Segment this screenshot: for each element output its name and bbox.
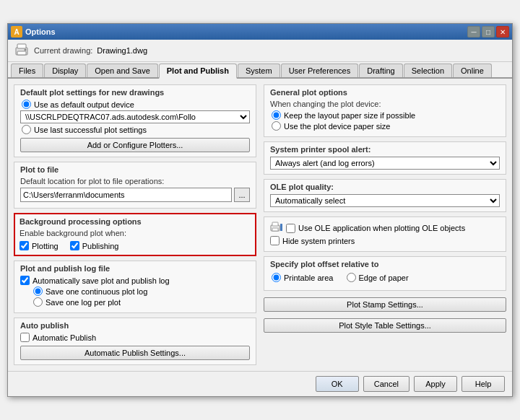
path-row: ... (20, 188, 250, 202)
log-file-title: Plot and publish log file (20, 264, 250, 273)
device-dropdown[interactable]: \\USCRLPDEQTRAC07.ads.autodesk.com\Follo (20, 110, 250, 123)
tab-open-save[interactable]: Open and Save (87, 64, 157, 77)
radio-printable-area-label: Printable area (284, 274, 334, 282)
publishing-checkbox-row: Publishing (70, 241, 119, 250)
browse-button[interactable]: ... (234, 188, 250, 202)
title-bar: A Options ─ □ ✕ (8, 24, 512, 40)
radio-one-log-per-plot-label: Save one log per plot (46, 298, 121, 307)
plotting-label: Plotting (32, 242, 58, 250)
hide-printers-checkbox-row: Hide system printers (270, 236, 500, 245)
general-plot-subtitle: When changing the plot device: (270, 100, 500, 108)
radio-edge-of-paper-input[interactable] (347, 273, 356, 282)
radio-one-log-per-plot-input[interactable] (33, 297, 43, 307)
radio-last-successful-label: Use last successful plot settings (34, 126, 147, 134)
tab-online[interactable]: Online (453, 64, 492, 77)
radio-plot-device-size-input[interactable] (272, 121, 281, 131)
background-processing-section: Background processing options Enable bac… (14, 213, 256, 256)
ole-application-checkbox[interactable] (286, 224, 295, 233)
maximize-button[interactable]: □ (482, 26, 495, 38)
close-button[interactable]: ✕ (496, 26, 509, 38)
radio-default-output-input[interactable] (22, 100, 31, 109)
tab-files[interactable]: Files (11, 64, 43, 77)
ole-quality-title: OLE plot quality: (270, 183, 500, 191)
ok-button[interactable]: OK (316, 376, 359, 392)
spool-alert-title: System printer spool alert: (270, 145, 500, 154)
plotting-checkbox-row: Plotting (20, 241, 58, 250)
radio-last-successful-input[interactable] (22, 125, 31, 134)
minimize-button[interactable]: ─ (467, 26, 480, 38)
radio-one-log-per-plot: Save one log per plot (20, 297, 250, 307)
ole-application-checkbox-row: Use OLE application when plotting OLE ob… (270, 222, 500, 235)
right-panel: General plot options When changing the p… (264, 84, 506, 365)
default-plot-title: Default plot settings for new drawings (20, 88, 250, 97)
ole-icon (270, 222, 283, 235)
plot-offset-row: Printable area Edge of paper (270, 271, 500, 284)
current-drawing-bar: Current drawing: Drawing1.dwg (8, 40, 512, 62)
tab-drafting[interactable]: Drafting (359, 64, 403, 77)
radio-continuous-log: Save one continuous plot log (20, 286, 250, 296)
radio-continuous-log-input[interactable] (33, 286, 43, 296)
current-drawing-value: Drawing1.dwg (97, 46, 147, 55)
help-button[interactable]: Help (462, 376, 505, 392)
auto-publish-checkbox-row: Automatic Publish (20, 333, 250, 342)
auto-save-checkbox-row: Automatically save plot and publish log (20, 276, 250, 285)
auto-publish-settings-button[interactable]: Automatic Publish Settings... (20, 346, 250, 360)
plot-style-table-settings-button[interactable]: Plot Style Table Settings... (264, 318, 506, 333)
spool-alert-section: System printer spool alert: Always alert… (264, 141, 506, 175)
publishing-checkbox[interactable] (70, 241, 79, 250)
tab-plot-publish[interactable]: Plot and Publish (159, 64, 237, 79)
default-plot-settings-section: Default plot settings for new drawings U… (14, 84, 256, 157)
spool-alert-dropdown[interactable]: Always alert (and log errors) (270, 157, 500, 170)
plot-stamp-settings-button[interactable]: Plot Stamp Settings... (264, 297, 506, 312)
options-dialog: A Options ─ □ ✕ Current drawing: Drawing… (7, 23, 513, 397)
tab-bar: Files Display Open and Save Plot and Pub… (8, 62, 512, 79)
radio-edge-of-paper-label: Edge of paper (359, 274, 409, 282)
hide-printers-label: Hide system printers (282, 237, 355, 245)
svg-rect-2 (17, 51, 26, 55)
svg-rect-7 (280, 224, 282, 231)
device-dropdown-row: \\USCRLPDEQTRAC07.ads.autodesk.com\Follo (20, 110, 250, 123)
plotting-checkbox[interactable] (20, 241, 29, 250)
radio-printable-area-input[interactable] (272, 273, 281, 282)
radio-last-successful: Use last successful plot settings (20, 125, 250, 134)
add-configure-plotters-button[interactable]: Add or Configure Plotters... (20, 138, 250, 152)
title-controls: ─ □ ✕ (467, 26, 509, 38)
path-input[interactable] (20, 188, 232, 202)
drawing-icon (14, 43, 30, 58)
cancel-button[interactable]: Cancel (363, 376, 410, 392)
auto-publish-label: Automatic Publish (32, 333, 96, 342)
svg-rect-1 (17, 44, 26, 48)
svg-rect-6 (272, 228, 278, 231)
background-title: Background processing options (20, 217, 251, 226)
ole-application-label: Use OLE application when plotting OLE ob… (298, 224, 465, 232)
tab-display[interactable]: Display (44, 64, 86, 77)
window-title: Options (25, 27, 56, 36)
tab-selection[interactable]: Selection (404, 64, 452, 77)
plot-offset-section: Specify plot offset relative to Printabl… (264, 256, 506, 291)
hide-printers-checkbox[interactable] (270, 236, 280, 245)
radio-keep-layout: Keep the layout paper size if possible (270, 110, 500, 120)
tab-user-preferences[interactable]: User Preferences (281, 64, 359, 77)
radio-default-output-label: Use as default output device (34, 100, 134, 109)
plot-to-file-section: Plot to file Default location for plot t… (14, 162, 256, 209)
auto-publish-title: Auto publish (20, 321, 250, 330)
current-drawing-label: Current drawing: (34, 46, 92, 55)
plot-offset-title: Specify plot offset relative to (270, 260, 500, 268)
apply-button[interactable]: Apply (414, 376, 457, 392)
radio-keep-layout-label: Keep the layout paper size if possible (284, 111, 415, 120)
auto-publish-checkbox[interactable] (20, 333, 30, 342)
auto-save-checkbox[interactable] (20, 276, 30, 285)
content-area: Current drawing: Drawing1.dwg Files Disp… (8, 40, 512, 396)
background-subtitle: Enable background plot when: (20, 229, 251, 237)
plot-to-file-subtitle: Default location for plot to file operat… (20, 177, 250, 185)
radio-edge-of-paper: Edge of paper (345, 273, 409, 282)
publishing-label: Publishing (82, 242, 119, 250)
radio-keep-layout-input[interactable] (272, 110, 281, 120)
ole-quality-dropdown[interactable]: Automatically select (270, 194, 500, 207)
general-plot-title: General plot options (270, 88, 500, 97)
main-body: Default plot settings for new drawings U… (8, 79, 512, 371)
tab-system[interactable]: System (238, 64, 280, 77)
bottom-bar: OK Cancel Apply Help (8, 371, 512, 396)
ole-application-section: Use OLE application when plotting OLE ob… (264, 216, 506, 252)
title-bar-left: A Options (11, 26, 56, 38)
